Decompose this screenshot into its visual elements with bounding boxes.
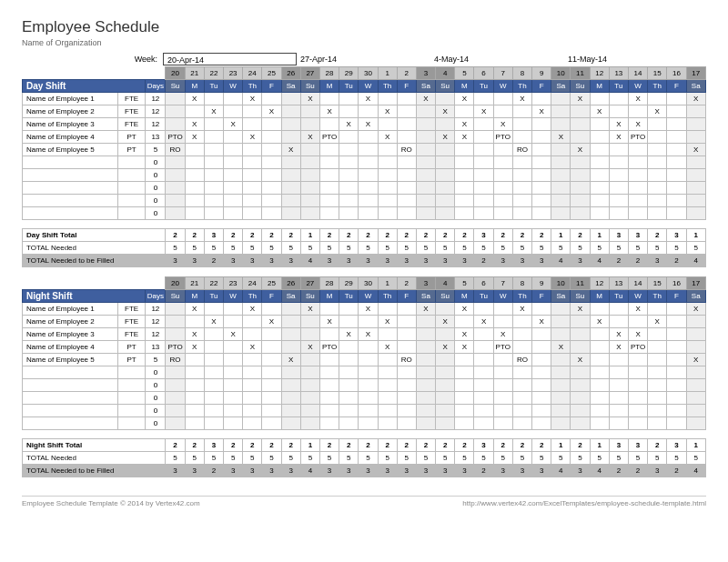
schedule-cell[interactable] [166,366,185,379]
schedule-cell[interactable] [648,354,667,366]
total-needed-cell[interactable]: 5 [590,452,609,465]
schedule-cell[interactable] [166,207,185,220]
schedule-cell[interactable]: RO [166,144,185,156]
schedule-cell[interactable] [551,156,571,169]
schedule-cell[interactable] [590,195,609,207]
schedule-cell[interactable] [262,182,281,195]
empty-name[interactable] [23,405,118,417]
total-needed-cell[interactable]: 5 [166,242,185,255]
schedule-cell[interactable] [339,303,359,316]
schedule-cell[interactable] [204,379,223,392]
schedule-cell[interactable] [281,105,300,118]
schedule-cell[interactable] [455,182,474,195]
schedule-cell[interactable] [416,131,435,144]
schedule-cell[interactable] [667,303,686,316]
employee-name[interactable]: Name of Employee 5 [23,144,118,156]
schedule-cell[interactable] [166,316,185,328]
schedule-cell[interactable] [551,93,571,105]
schedule-cell[interactable]: RO [512,144,531,156]
schedule-cell[interactable] [378,195,397,207]
schedule-cell[interactable] [397,303,416,316]
schedule-cell[interactable] [436,405,455,417]
schedule-cell[interactable] [590,131,609,144]
schedule-cell[interactable] [166,169,185,182]
schedule-cell[interactable]: PTO [166,131,185,144]
schedule-cell[interactable] [224,144,243,156]
schedule-cell[interactable] [359,379,378,392]
schedule-cell[interactable]: X [185,328,204,341]
schedule-cell[interactable] [319,392,339,405]
schedule-cell[interactable] [571,379,590,392]
schedule-cell[interactable] [648,144,667,156]
empty-type[interactable] [117,366,145,379]
schedule-cell[interactable] [667,93,686,105]
schedule-cell[interactable] [474,379,493,392]
schedule-cell[interactable]: X [474,105,493,118]
schedule-cell[interactable] [590,328,609,341]
schedule-cell[interactable] [648,303,667,316]
schedule-cell[interactable]: X [359,303,378,316]
schedule-cell[interactable] [571,195,590,207]
employee-type[interactable]: FTE [117,328,145,341]
schedule-cell[interactable] [667,144,686,156]
schedule-cell[interactable]: X [281,144,300,156]
employee-type[interactable]: FTE [117,303,145,316]
total-needed-cell[interactable]: 5 [512,242,531,255]
total-needed-cell[interactable]: 5 [551,452,571,465]
total-needed-cell[interactable]: 5 [185,242,204,255]
schedule-cell[interactable]: X [648,316,667,328]
schedule-cell[interactable] [319,169,339,182]
schedule-cell[interactable] [262,354,281,366]
schedule-cell[interactable] [397,156,416,169]
schedule-cell[interactable]: X [551,131,571,144]
schedule-cell[interactable]: RO [397,144,416,156]
schedule-cell[interactable] [571,118,590,131]
empty-type[interactable] [117,207,145,220]
schedule-cell[interactable] [359,105,378,118]
schedule-cell[interactable] [609,182,628,195]
schedule-cell[interactable] [436,303,455,316]
schedule-cell[interactable] [243,169,262,182]
schedule-cell[interactable] [359,417,378,430]
schedule-cell[interactable]: X [185,341,204,354]
schedule-cell[interactable]: X [359,93,378,105]
schedule-cell[interactable] [416,405,435,417]
schedule-cell[interactable] [243,392,262,405]
schedule-cell[interactable] [609,93,628,105]
schedule-cell[interactable] [339,207,359,220]
schedule-cell[interactable] [455,366,474,379]
schedule-cell[interactable]: X [686,354,705,366]
schedule-cell[interactable]: X [648,105,667,118]
schedule-cell[interactable]: X [436,316,455,328]
schedule-cell[interactable] [436,156,455,169]
total-needed-cell[interactable]: 5 [474,242,493,255]
total-needed-cell[interactable]: 5 [686,452,705,465]
schedule-cell[interactable] [339,392,359,405]
schedule-cell[interactable] [378,169,397,182]
schedule-cell[interactable] [300,316,319,328]
schedule-cell[interactable]: X [185,303,204,316]
total-needed-cell[interactable]: 5 [455,242,474,255]
schedule-cell[interactable] [166,118,185,131]
schedule-cell[interactable] [686,379,705,392]
schedule-cell[interactable] [204,182,223,195]
schedule-cell[interactable]: X [378,131,397,144]
schedule-cell[interactable]: X [243,93,262,105]
schedule-cell[interactable] [493,207,512,220]
schedule-cell[interactable] [359,316,378,328]
schedule-cell[interactable] [224,417,243,430]
schedule-cell[interactable]: X [281,354,300,366]
schedule-cell[interactable] [551,417,571,430]
schedule-cell[interactable] [397,131,416,144]
schedule-cell[interactable] [378,182,397,195]
schedule-cell[interactable] [667,105,686,118]
total-needed-cell[interactable]: 5 [686,242,705,255]
schedule-cell[interactable] [185,366,204,379]
total-needed-cell[interactable]: 5 [378,452,397,465]
schedule-cell[interactable] [319,417,339,430]
schedule-cell[interactable] [378,354,397,366]
schedule-cell[interactable]: X [474,316,493,328]
schedule-cell[interactable] [359,207,378,220]
schedule-cell[interactable] [455,195,474,207]
schedule-cell[interactable]: X [571,354,590,366]
